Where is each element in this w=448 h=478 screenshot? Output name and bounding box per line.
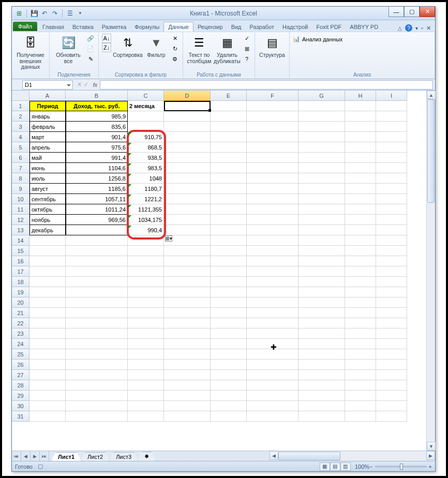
row-header[interactable]: 13	[12, 225, 29, 235]
cell[interactable]	[211, 380, 247, 391]
cell[interactable]	[211, 266, 247, 277]
remove-duplicates-button[interactable]: ▦ Удалить дубликаты	[214, 34, 240, 64]
cell[interactable]: 1104,6	[66, 163, 128, 173]
cell[interactable]	[164, 266, 211, 277]
cell[interactable]	[29, 318, 66, 328]
sheet-nav-next-icon[interactable]: ▶	[31, 451, 40, 461]
file-tab[interactable]: Файл	[13, 22, 37, 31]
cell[interactable]	[29, 246, 66, 256]
cell[interactable]: 991,4	[66, 153, 128, 163]
cell[interactable]	[247, 266, 298, 277]
cell[interactable]	[211, 339, 247, 349]
column-header[interactable]: E	[211, 91, 247, 101]
column-header[interactable]: G	[298, 91, 345, 101]
cell[interactable]: 1011,24	[66, 204, 128, 215]
reapply-icon[interactable]: ↻	[170, 44, 180, 53]
cell[interactable]	[128, 246, 164, 256]
cell[interactable]	[298, 411, 345, 422]
column-header[interactable]: F	[247, 91, 298, 101]
cell[interactable]	[211, 173, 247, 184]
cell[interactable]	[211, 225, 247, 235]
cell[interactable]	[247, 380, 298, 391]
sheet-nav-prev-icon[interactable]: ◀	[21, 451, 31, 461]
cell[interactable]	[164, 391, 211, 401]
cell[interactable]	[164, 297, 211, 308]
cell[interactable]	[164, 318, 211, 328]
cell[interactable]: 835,6	[66, 122, 128, 132]
cell[interactable]	[29, 411, 66, 422]
cell[interactable]	[247, 339, 298, 349]
cell[interactable]	[66, 266, 128, 277]
normal-view-button[interactable]: ▦	[320, 462, 330, 471]
qat-customize-icon[interactable]: ▼	[76, 9, 84, 18]
cell[interactable]	[29, 380, 66, 391]
cell[interactable]	[164, 308, 211, 318]
row-header[interactable]: 28	[12, 380, 29, 391]
cell[interactable]	[345, 184, 376, 194]
cell[interactable]	[128, 235, 164, 246]
worksheet-grid[interactable]: ABCDEFGHI 123456789101112131415161718192…	[12, 91, 426, 451]
cell[interactable]	[376, 401, 407, 411]
row-header[interactable]: 6	[12, 153, 29, 163]
ribbon-tab[interactable]: Вид	[227, 22, 246, 32]
cell[interactable]	[164, 194, 211, 204]
cell[interactable]	[298, 287, 345, 297]
data-validation-icon[interactable]: ✓	[242, 34, 251, 43]
row-header[interactable]: 31	[12, 411, 29, 422]
cell[interactable]	[376, 339, 407, 349]
cell[interactable]	[298, 122, 345, 132]
cell[interactable]: февраль	[29, 122, 66, 132]
cell[interactable]: Доход, тыс. руб.	[66, 101, 128, 111]
ribbon-options-icon[interactable]: ▾	[415, 25, 418, 31]
dropdown-icon[interactable]: ☰	[66, 9, 74, 18]
name-box[interactable]: D1	[22, 80, 73, 89]
ribbon-tab[interactable]: Вставка	[68, 22, 98, 32]
row-header[interactable]: 7	[12, 163, 29, 173]
cell[interactable]	[345, 328, 376, 339]
cell[interactable]	[164, 328, 211, 339]
cell[interactable]	[66, 297, 128, 308]
advanced-filter-icon[interactable]: ⚙	[170, 54, 180, 64]
cell[interactable]	[66, 256, 128, 266]
cell[interactable]	[298, 163, 345, 173]
cell[interactable]	[247, 163, 298, 173]
cell[interactable]	[164, 122, 211, 132]
cell[interactable]: август	[29, 184, 66, 194]
cell[interactable]	[247, 204, 298, 215]
cell[interactable]	[345, 246, 376, 256]
row-header[interactable]: 26	[12, 360, 29, 370]
ribbon-tab[interactable]: Разметка	[98, 22, 131, 32]
cell[interactable]	[345, 380, 376, 391]
cell[interactable]	[376, 297, 407, 308]
cell[interactable]	[345, 204, 376, 215]
macro-record-icon[interactable]: ▢	[38, 463, 43, 470]
row-header[interactable]: 10	[12, 194, 29, 204]
cell[interactable]	[345, 194, 376, 204]
cell[interactable]	[29, 266, 66, 277]
cell[interactable]	[211, 401, 247, 411]
cell[interactable]	[376, 215, 407, 225]
cell[interactable]	[345, 308, 376, 318]
cell[interactable]: 910,75	[128, 132, 164, 142]
cell[interactable]	[298, 266, 345, 277]
scroll-down-icon[interactable]: ▼	[427, 442, 436, 451]
cell[interactable]	[376, 391, 407, 401]
cell[interactable]: 1034,175	[128, 215, 164, 225]
cell[interactable]	[345, 122, 376, 132]
cell[interactable]	[128, 318, 164, 328]
cell[interactable]	[247, 173, 298, 184]
row-header[interactable]: 16	[12, 256, 29, 266]
cell[interactable]	[376, 266, 407, 277]
cell[interactable]	[247, 318, 298, 328]
cell[interactable]	[247, 349, 298, 360]
cell[interactable]	[66, 339, 128, 349]
cell[interactable]	[164, 256, 211, 266]
cell[interactable]	[66, 328, 128, 339]
cell[interactable]	[247, 132, 298, 142]
cell[interactable]	[298, 370, 345, 380]
cell[interactable]	[345, 411, 376, 422]
sheet-tab[interactable]: Лист1	[51, 452, 81, 461]
sheet-tab[interactable]: Лист2	[81, 452, 110, 461]
cell[interactable]	[298, 328, 345, 339]
text-to-columns-button[interactable]: ☰ Текст по столбцам	[186, 34, 212, 64]
